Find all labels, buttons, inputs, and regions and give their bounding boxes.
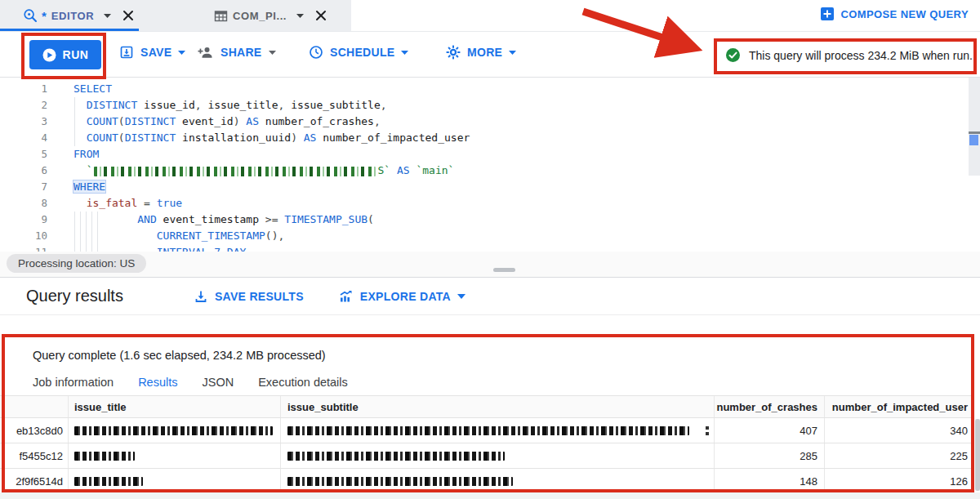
run-button[interactable]: RUN	[29, 40, 101, 69]
table-scrollbar-thumb[interactable]	[975, 419, 980, 491]
code-token: ,	[195, 99, 208, 111]
code-token: number_of_impacted_user	[323, 131, 470, 144]
chevron-down-icon	[457, 294, 466, 299]
line-number: 6	[0, 163, 47, 179]
tab-editor[interactable]: * EDITOR	[23, 0, 134, 31]
redacted-issue-title	[74, 426, 273, 435]
chevron-down-icon	[178, 51, 185, 55]
editor-scrollbar-thumb[interactable]	[969, 131, 980, 134]
code-token: (	[368, 213, 374, 225]
redacted-issue-subtitle	[287, 452, 505, 461]
column-header	[0, 396, 69, 417]
code-token: )	[234, 115, 247, 127]
share-label: SHARE	[220, 46, 262, 59]
tab-com-pi-label: COM_PI...	[233, 10, 287, 22]
chevron-down-icon	[269, 51, 276, 55]
code-token: S`	[377, 164, 390, 176]
code-token	[74, 164, 87, 176]
compose-new-query-button[interactable]: COMPOSE NEW QUERY	[821, 7, 969, 20]
code-token: number_of_crashes	[265, 115, 374, 127]
indent-guide	[86, 212, 87, 252]
query-results-title: Query results	[26, 287, 123, 305]
code-token: AS	[246, 115, 259, 127]
code-token: is_fatal	[87, 197, 138, 209]
redacted-issue-title	[74, 477, 143, 486]
save-label: SAVE	[140, 46, 172, 59]
line-number: 10	[0, 228, 47, 244]
redacted-issue-subtitle	[287, 477, 513, 486]
code-token: DISTINCT	[125, 131, 176, 144]
code-line: WHERE	[74, 179, 470, 195]
query-validator-message: This query will process 234.2 MiB when r…	[725, 47, 973, 63]
sql-editor[interactable]: 1234567891011 SELECT DISTINCT issue_id, …	[0, 78, 980, 252]
panel-resize-handle[interactable]	[493, 268, 515, 272]
code-token: WHERE	[74, 180, 105, 193]
close-tab-icon[interactable]	[315, 10, 327, 21]
code-lines: SELECT DISTINCT issue_id, issue_title, i…	[74, 81, 470, 252]
line-number-gutter: 1234567891011	[0, 81, 47, 252]
code-token: DISTINCT	[87, 99, 138, 111]
plus-icon	[821, 7, 834, 20]
table-row: f5455c12285225	[0, 443, 974, 469]
code-line: AND event_timestamp >= TIMESTAMP_SUB(	[74, 212, 470, 228]
chart-explore-icon	[338, 289, 354, 304]
close-tab-icon[interactable]	[122, 10, 134, 21]
chevron-down-icon	[401, 51, 408, 55]
code-line: COUNT(DISTINCT event_id) AS number_of_cr…	[74, 114, 470, 130]
more-button[interactable]: MORE	[446, 45, 516, 60]
save-results-button[interactable]: SAVE RESULTS	[194, 289, 304, 304]
column-header: issue_subtitle	[281, 396, 715, 417]
code-token: event_id	[182, 115, 234, 127]
code-line: `S` AS `main`	[74, 163, 470, 179]
chevron-down-icon[interactable]	[296, 14, 304, 18]
save-button[interactable]: SAVE	[119, 45, 185, 60]
code-token	[176, 115, 182, 127]
code-token: >=	[259, 213, 284, 225]
explore-data-label: EXPLORE DATA	[360, 290, 451, 303]
issue-subtitle-cell	[281, 443, 715, 468]
issue-title-cell	[69, 443, 281, 468]
code-token: event_timestamp	[163, 213, 259, 225]
person-add-icon	[198, 45, 214, 60]
code-token	[137, 99, 144, 111]
code-token	[220, 246, 227, 252]
tab-editor-label: EDITOR	[51, 10, 94, 22]
line-number: 3	[0, 114, 47, 130]
code-token: ,	[374, 115, 381, 127]
code-token: issue_title	[207, 99, 278, 111]
explore-data-button[interactable]: EXPLORE DATA	[338, 289, 466, 304]
table-grid-icon	[214, 9, 228, 23]
validator-text: This query will process 234.2 MiB when r…	[749, 49, 973, 62]
code-line: FROM	[74, 146, 470, 163]
issue-title-cell	[69, 418, 281, 443]
indent-guide	[74, 212, 75, 252]
query-complete-status: Query complete (1.6 sec elapsed, 234.2 M…	[33, 349, 326, 362]
download-icon	[194, 289, 208, 304]
clock-icon	[309, 45, 323, 60]
number-of-impacted-user-cell: 126	[825, 469, 974, 493]
gear-icon	[446, 45, 461, 60]
editor-scrollbar[interactable]	[969, 78, 980, 176]
save-icon	[119, 45, 134, 60]
code-token: COUNT	[87, 115, 118, 127]
editor-tab-bar: * EDITOR	[0, 0, 980, 32]
line-number: 9	[0, 212, 47, 228]
code-token: SELECT	[74, 82, 112, 95]
code-token: AS	[397, 164, 410, 176]
chevron-down-icon[interactable]	[104, 14, 111, 18]
tab-com-pi[interactable]: COM_PI...	[214, 0, 327, 31]
unsaved-indicator: *	[42, 9, 47, 23]
code-token: issue_subtitle	[291, 99, 381, 111]
save-results-label: SAVE RESULTS	[215, 290, 304, 303]
code-token: `main`	[416, 164, 454, 176]
column-header: issue_title	[69, 396, 281, 417]
redacted-table-name	[94, 167, 376, 176]
issue-id-cell: eb13c8d0	[0, 418, 69, 443]
processing-location-chip[interactable]: Processing location: US	[7, 254, 146, 273]
code-token: )	[291, 131, 304, 144]
share-button[interactable]: SHARE	[198, 45, 276, 60]
bigquery-console: * EDITOR	[0, 0, 980, 499]
table-scrollbar[interactable]	[975, 419, 980, 491]
code-token: ,	[278, 99, 291, 111]
schedule-button[interactable]: SCHEDULE	[309, 45, 408, 60]
